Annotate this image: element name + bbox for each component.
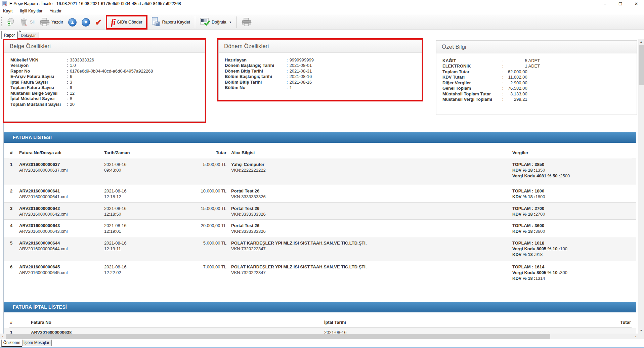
field-value: 2.900,00	[505, 80, 527, 85]
row-number: 5	[10, 240, 12, 246]
cancelled-invoice-row[interactable]: 1 ARV2016000000638 2021-08-16	[4, 328, 636, 334]
fatura-no: ARV2016000000643	[19, 223, 60, 228]
column-header-iptal-tarihi: İptal Tarihi	[324, 320, 346, 325]
donem-panel-title: Dönem Özellikleri	[219, 40, 422, 53]
invoice-row[interactable]: 1 ARV2016000000637ARV2016000000637.xml 2…	[4, 158, 636, 185]
zaman: 09:43:00	[104, 168, 121, 173]
tutar: 7.000,00 TL	[181, 264, 226, 270]
tarih: 2021-08-16	[104, 264, 127, 269]
print-label: Yazdır	[51, 20, 63, 25]
tutar: 5.000,00 TL	[181, 162, 226, 167]
vertical-scrollbar[interactable]: ▲ ▼	[638, 39, 644, 334]
field-value: 2021-08-01	[290, 63, 312, 68]
gib-gonder-label: GİB'e Gönder	[117, 20, 142, 25]
column-header-no: #	[10, 320, 12, 325]
iptal-listesi-header: FATURA İPTAL LİSTESİ	[4, 302, 636, 312]
field-label: Müstahsil Vergi Toplamı	[442, 97, 502, 102]
field-value: 6178e6d9-0b04-48cd-a6d0-84957a922268	[70, 69, 153, 74]
print-button[interactable]: Yazdır	[38, 16, 65, 28]
next-button[interactable]: ▼	[80, 17, 91, 28]
menu-yazdir[interactable]: Yazdır	[47, 8, 65, 14]
vergiler: TOPLAM : 2700 KDV % 18 :2700	[512, 206, 545, 217]
tab-rapor[interactable]: Rapor	[1, 31, 17, 39]
delete-label: Sil	[30, 20, 35, 25]
down-arrow-icon: ▼	[82, 18, 90, 27]
invoice-row[interactable]: 2 ARV2016000000641ARV2016000000641.xml 2…	[4, 185, 636, 203]
dosya-adi: ARV2016000000644.xml	[19, 246, 68, 251]
fatura-no: ARV2016000000638	[31, 330, 72, 334]
field-label: Bölüm Başlangıç tarihi	[225, 74, 287, 79]
invoice-row[interactable]: 6 ARV2016000000645ARV2016000000645.xml 2…	[4, 261, 636, 287]
zaman: 12:18:12	[104, 194, 121, 199]
raporu-kaydet-button[interactable]: Raporu Kaydet	[150, 16, 191, 29]
restore-button[interactable]: ❐	[613, 0, 628, 8]
app-window: E-Arşiv Raporu : İncele - 16.08.2021-16.…	[0, 0, 644, 348]
previous-button[interactable]: ▲	[67, 17, 78, 28]
field-label: Müstahsil Toplam Tutar	[442, 91, 502, 96]
delete-button[interactable]: x Sil	[19, 16, 36, 28]
dogrula-button[interactable]: Doğrula ▼	[199, 16, 233, 28]
menu-kayit[interactable]: Kayıt	[0, 8, 16, 14]
belge-panel: Belge Özellikleri Mükellef VKN:333333332…	[4, 40, 205, 122]
field-value: 9	[70, 85, 72, 90]
field-value: 6	[70, 74, 72, 79]
field-value: 62.000,00	[505, 69, 527, 74]
alici-vkn: VKN:3333333326	[231, 229, 266, 234]
menu-ilgili-kayitlar[interactable]: İlgili Kayıtlar	[17, 8, 45, 14]
alici-vkn: VKN:2222222222	[231, 168, 266, 173]
column-header-alici: Alıcı Bilgisi	[231, 150, 255, 155]
alici-vkn: VKN:3333333326	[231, 194, 266, 199]
vergiler: TOPLAM : 1614 Vergi Kodu 8005 % 10 :300 …	[512, 264, 567, 281]
tab-islem-mesajlari[interactable]: İşlem Mesajları	[22, 340, 52, 346]
toolbar-grip[interactable]	[1, 17, 2, 27]
field-value: 3.133,00	[505, 91, 527, 96]
field-label: Dönem Bitiş Tarihi	[225, 69, 287, 74]
donem-panel: Dönem Özellikleri Hazırlayan:9999999999 …	[218, 40, 422, 100]
field-label: KAĞIT	[442, 58, 502, 63]
ozet-panel: Özet Bilgi KAĞIT:5 ADET ELEKTRONİK:1 ADE…	[436, 40, 637, 115]
field-label: Hazırlayan	[225, 57, 287, 62]
field-label: İptal Müstahsil Sayısı	[10, 96, 67, 101]
invoice-row[interactable]: 5 ARV2016000000644ARV2016000000644.xml 2…	[4, 237, 636, 261]
invoice-row[interactable]: 3 ARV2016000000642ARV2016000000642.xml 2…	[4, 203, 636, 220]
alici-adi: POLAT KARDEŞLER YPI MLZ.ISI SİST.TAAH.SA…	[231, 264, 367, 269]
field-value: 1	[290, 85, 292, 90]
save-report-icon	[151, 17, 161, 28]
verify-icon	[200, 17, 210, 27]
horizontal-scroll-thumb[interactable]	[6, 334, 550, 339]
tarih: 2021-08-16	[104, 206, 127, 211]
field-value: 11.682,00	[505, 75, 527, 80]
vertical-scroll-thumb[interactable]	[639, 45, 644, 85]
row-number: 3	[10, 206, 12, 211]
scroll-down-arrow[interactable]: ▼	[638, 328, 644, 334]
row-number: 6	[10, 264, 12, 270]
field-unit: ADET	[527, 58, 540, 63]
vergiler: TOPLAM : 1018 Vergi Kodu 8005 % 10 :100 …	[512, 240, 567, 257]
column-header-fatura-no: Fatura No/Dosya adı	[19, 150, 61, 155]
dosya-adi: ARV2016000000637.xml	[19, 168, 68, 173]
minimize-button[interactable]: –	[597, 0, 613, 8]
dogrula-dropdown-arrow[interactable]: ▼	[229, 21, 232, 24]
scroll-left-arrow[interactable]: ‹	[0, 334, 6, 339]
horizontal-scrollbar[interactable]: ‹ ›	[0, 334, 638, 339]
vergiler: TOPLAM : 1800 KDV % 18 :1800	[512, 188, 545, 200]
close-button[interactable]: ✕	[629, 0, 644, 8]
print-preview-button[interactable]	[240, 16, 253, 28]
scroll-right-arrow[interactable]: ›	[633, 334, 638, 339]
field-label: Versiyon	[10, 63, 67, 68]
field-value: 9999999999	[290, 57, 314, 62]
invoice-row[interactable]: 4 ARV2016000000643ARV2016000000643.xml 2…	[4, 220, 636, 237]
fatura-no: ARV2016000000637	[19, 162, 60, 167]
gib-gonder-button[interactable]: fi GİB'e Gönder	[110, 17, 144, 28]
field-value: 12	[70, 91, 75, 96]
fatura-no: ARV2016000000644	[19, 241, 60, 246]
alici-adi: Portal Test 26	[231, 206, 259, 211]
column-header-no: #	[10, 150, 12, 155]
gib-highlight-box: fi GİB'e Gönder	[106, 15, 147, 30]
trash-icon: x	[20, 17, 28, 27]
new-record-button[interactable]	[5, 16, 16, 28]
tab-onizleme[interactable]: Önizleme	[1, 340, 22, 347]
scroll-up-arrow[interactable]: ▲	[638, 39, 644, 45]
approve-button[interactable]: ✔	[94, 17, 103, 28]
printer-icon	[242, 17, 252, 27]
